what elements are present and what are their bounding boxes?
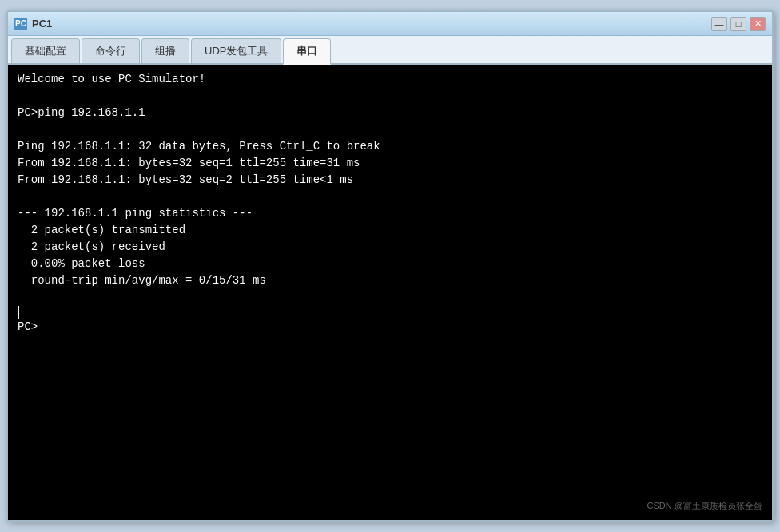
tab-bar: 基础配置 命令行 组播 UDP发包工具 串口 [8,36,772,65]
terminal-line-3 [18,121,762,138]
tab-serial[interactable]: 串口 [283,38,331,65]
terminal-cursor [18,306,19,319]
window-icon: PC [14,18,27,30]
watermark: CSDN @富土康质检员张全蛋 [647,499,762,513]
terminal-prompt: PC> [18,319,762,335]
terminal-line-13 [18,289,762,306]
terminal-line-1 [18,88,762,105]
restore-button[interactable]: □ [730,17,746,31]
tab-basic[interactable]: 基础配置 [11,38,80,63]
terminal-line-11: 0.00% packet loss [18,256,762,272]
minimize-button[interactable]: — [711,17,727,31]
terminal-line-2: PC>ping 192.168.1.1 [18,105,762,121]
terminal-area[interactable]: Welcome to use PC Simulator! PC>ping 192… [8,65,772,520]
window-title: PC1 [32,18,52,30]
terminal-line-6: From 192.168.1.1: bytes=32 seq=2 ttl=255… [18,172,762,189]
terminal-line-12: round-trip min/avg/max = 0/15/31 ms [18,272,762,289]
terminal-line-0: Welcome to use PC Simulator! [18,71,762,88]
close-button[interactable]: ✕ [750,17,766,31]
title-bar: PC PC1 — □ ✕ [8,12,772,36]
tab-cmd[interactable]: 命令行 [82,38,140,63]
window-controls: — □ ✕ [711,17,766,31]
terminal-line-8: --- 192.168.1.1 ping statistics --- [18,205,762,222]
terminal-cursor-line [18,306,762,319]
tab-udp[interactable]: UDP发包工具 [191,38,281,63]
title-bar-left: PC PC1 [14,18,52,30]
pc1-window: PC PC1 — □ ✕ 基础配置 命令行 组播 UDP发包工具 串口 Welc… [6,10,774,522]
terminal-line-4: Ping 192.168.1.1: 32 data bytes, Press C… [18,138,762,155]
terminal-line-10: 2 packet(s) received [18,239,762,256]
terminal-line-7 [18,189,762,205]
terminal-line-5: From 192.168.1.1: bytes=32 seq=1 ttl=255… [18,155,762,172]
tab-group[interactable]: 组播 [141,38,189,63]
terminal-line-9: 2 packet(s) transmitted [18,222,762,239]
